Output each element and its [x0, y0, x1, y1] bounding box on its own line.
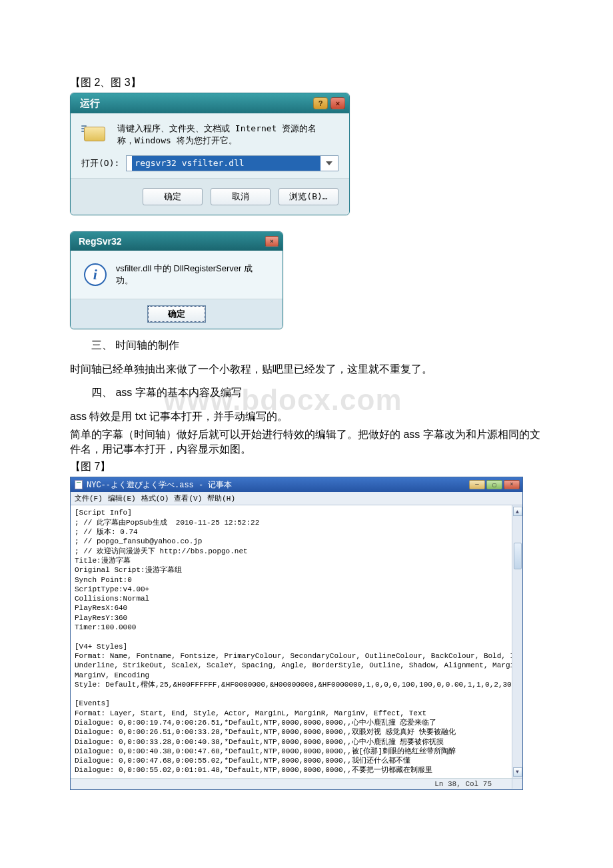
- cursor-position: Ln 38, Col 75: [434, 780, 492, 788]
- section-3-heading: 三、 时间轴的制作: [70, 339, 543, 353]
- menu-format[interactable]: 格式(O): [141, 493, 169, 503]
- open-input-value: regsvr32 vsfilter.dll: [132, 156, 320, 171]
- paragraph: 简单的字幕（时间轴）做好后就可以开始进行特效的编辑了。把做好的 ass 字幕改为…: [70, 427, 543, 456]
- info-icon: i: [84, 263, 107, 286]
- notepad-icon: [75, 480, 83, 489]
- resize-grip[interactable]: [512, 778, 522, 789]
- regsvr32-title: RegSvr32: [79, 236, 122, 247]
- open-input[interactable]: regsvr32 vsfilter.dll: [126, 155, 338, 171]
- notepad-window: NYC--よく遊びよく学べ.ass - 记事本 — ▢ × 文件(F) 编辑(E…: [70, 477, 523, 789]
- menu-help[interactable]: 帮助(H): [207, 493, 235, 503]
- run-icon: [81, 124, 108, 144]
- vertical-scrollbar[interactable]: ▲ ▼: [512, 505, 522, 777]
- run-dialog-message: 请键入程序、文件夹、文档或 Internet 资源的名 称，Windows 将为…: [117, 123, 316, 146]
- chevron-down-icon[interactable]: [326, 161, 332, 165]
- menu-view[interactable]: 查看(V): [174, 493, 202, 503]
- figure-23-label: 【图 2、图 3】: [70, 76, 543, 90]
- cancel-button[interactable]: 取消: [211, 188, 271, 205]
- run-dialog: 运行 ? × 请键入程序、文件夹、文档或 Internet 资源的名 称，Win…: [70, 93, 350, 215]
- open-label: 打开(O):: [81, 157, 119, 169]
- ok-button[interactable]: 确定: [148, 306, 205, 322]
- run-dialog-titlebar: 运行 ? ×: [71, 93, 349, 113]
- scroll-down-button[interactable]: ▼: [513, 767, 522, 777]
- help-button[interactable]: ?: [313, 97, 328, 109]
- notepad-titlebar: NYC--よく遊びよく学べ.ass - 记事本 — ▢ ×: [71, 477, 522, 492]
- regsvr32-titlebar: RegSvr32 ×: [71, 232, 283, 251]
- menu-file[interactable]: 文件(F): [75, 493, 103, 503]
- close-button[interactable]: ×: [265, 236, 279, 247]
- scroll-thumb[interactable]: [514, 543, 522, 569]
- notepad-menubar: 文件(F) 编辑(E) 格式(O) 查看(V) 帮助(H): [71, 492, 522, 505]
- notepad-title: NYC--よく遊びよく学べ.ass - 记事本: [87, 479, 232, 491]
- figure-7-label: 【图 7】: [70, 460, 543, 474]
- close-button[interactable]: ×: [330, 97, 345, 109]
- run-dialog-title: 运行: [80, 97, 100, 110]
- browse-button[interactable]: 浏览(B)…: [279, 188, 338, 205]
- section-4-heading: 四、 ass 字幕的基本内容及编写: [70, 386, 543, 400]
- paragraph: 时间轴已经单独抽出来做了一个小教程，贴吧里已经发了，这里就不重复了。: [70, 362, 543, 377]
- regsvr32-dialog: RegSvr32 × i vsfilter.dll 中的 DllRegister…: [70, 231, 283, 329]
- close-button[interactable]: ×: [504, 480, 520, 489]
- notepad-text-area[interactable]: [Script Info] ; // 此字幕由PopSub生成 2010-11-…: [71, 505, 512, 777]
- notepad-statusbar: Ln 38, Col 75: [71, 778, 512, 789]
- ok-button[interactable]: 确定: [143, 188, 203, 205]
- paragraph: ass 特效是用 txt 记事本打开，并手动编写的。: [70, 409, 543, 424]
- regsvr32-message: vsfilter.dll 中的 DllRegisterServer 成功。: [116, 263, 269, 287]
- minimize-button[interactable]: —: [469, 480, 485, 489]
- menu-edit[interactable]: 编辑(E): [108, 493, 136, 503]
- maximize-button[interactable]: ▢: [486, 480, 502, 489]
- scroll-up-button[interactable]: ▲: [513, 507, 522, 516]
